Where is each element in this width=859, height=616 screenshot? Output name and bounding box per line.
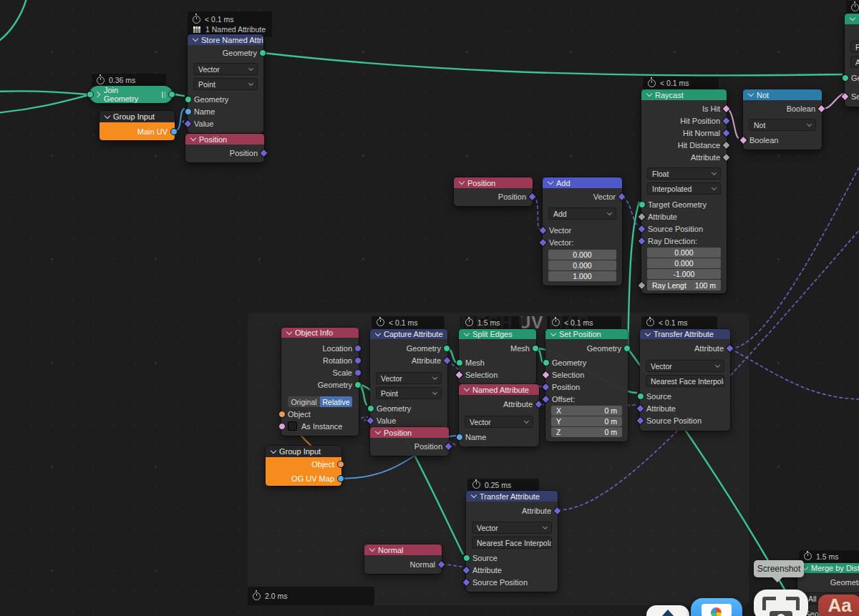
geometry-input-socket[interactable] [87, 91, 94, 98]
collapse-icon[interactable] [550, 330, 556, 336]
geometry-output-socket[interactable] [168, 91, 175, 98]
ray-length-input-socket[interactable] [637, 280, 646, 290]
offset-y-field[interactable]: Y0 m [551, 416, 622, 426]
node-named-attribute[interactable]: Named Attribute Attribute Vector Name [459, 384, 539, 446]
domain-dropdown[interactable]: Point [850, 41, 859, 53]
geometry-output-socket[interactable] [354, 381, 361, 388]
source-position-input-socket[interactable] [637, 224, 646, 233]
is-hit-output-socket[interactable] [722, 104, 731, 113]
hit-distance-output-socket[interactable] [722, 140, 731, 150]
collapse-icon[interactable] [645, 330, 651, 336]
value-input-socket[interactable] [183, 119, 193, 128]
collapse-icon[interactable] [850, 15, 855, 21]
node-capture-attribute[interactable]: Capture Attribute Geometry Attribute Vec… [370, 329, 447, 430]
geometry-output-socket[interactable] [443, 345, 450, 352]
node-header[interactable]: Not [743, 89, 822, 100]
scale-output-socket[interactable] [354, 369, 361, 376]
node-header[interactable]: Group Input [100, 111, 175, 122]
vector2-input-socket[interactable] [538, 238, 548, 247]
collapse-icon[interactable] [375, 429, 381, 434]
data-type-dropdown[interactable]: Vector [465, 416, 533, 428]
ray-direction-y-field[interactable]: 0.000 [647, 258, 721, 268]
node-header[interactable]: Store Named Attrib... [188, 34, 263, 45]
as-instance-input-socket[interactable] [278, 423, 286, 430]
collapse-icon[interactable] [286, 328, 292, 334]
collapse-icon[interactable] [271, 447, 276, 453]
screenshot-app-icon[interactable] [754, 590, 808, 616]
font-book-app-icon[interactable]: Aa [818, 595, 859, 616]
original-button[interactable]: Original [288, 396, 320, 407]
node-header[interactable]: Normal [364, 544, 442, 555]
printer-app-icon[interactable] [691, 598, 742, 616]
source-input-socket[interactable] [637, 393, 644, 400]
node-normal[interactable]: Normal Normal [364, 544, 442, 574]
node-set-position[interactable]: Set Position Geometry Geometry Selection… [545, 329, 628, 441]
node-header[interactable]: Group Input [266, 446, 341, 457]
main-uv-output-socket[interactable] [170, 128, 178, 135]
location-output-socket[interactable] [354, 345, 361, 352]
vector-output-socket[interactable] [617, 192, 626, 201]
node-raycast[interactable]: Raycast Is Hit Hit Position Hit Normal H… [641, 89, 727, 293]
data-type-dropdown[interactable]: Vector [193, 63, 258, 75]
node-position-low[interactable]: Position Position [370, 427, 449, 456]
node-header[interactable] [845, 14, 859, 24]
collapse-icon[interactable] [471, 492, 477, 498]
hit-normal-output-socket[interactable] [722, 128, 731, 137]
boolean-output-socket[interactable] [817, 104, 826, 113]
geometry-output-socket[interactable] [623, 345, 631, 352]
collapse-icon[interactable] [190, 135, 196, 141]
mesh-output-socket[interactable] [532, 345, 539, 352]
data-type-dropdown[interactable]: Vector [646, 360, 724, 372]
data-type-dropdown[interactable]: Vector [376, 372, 442, 384]
ray-direction-x-field[interactable]: 0.000 [647, 248, 721, 258]
node-header[interactable]: Named Attribute [459, 384, 539, 395]
attribute-input-socket[interactable] [637, 212, 646, 221]
node-vector-math-add[interactable]: Add Vector Add Vector Vector: 0.000 0.00… [543, 177, 622, 285]
collapse-icon[interactable] [193, 36, 198, 41]
node-header[interactable]: Set Position [545, 329, 628, 339]
node-header[interactable]: Position [454, 177, 533, 188]
node-header[interactable]: Add [543, 177, 622, 188]
node-store-named-attribute[interactable]: Store Named Attrib... Geometry Vector Po… [188, 34, 263, 133]
selection-input-socket[interactable] [840, 92, 850, 101]
boolean-input-socket[interactable] [739, 135, 748, 145]
ray-direction-z-field[interactable]: -1.000 [647, 269, 721, 279]
collapse-icon[interactable] [548, 179, 553, 185]
node-header[interactable]: Position [370, 427, 449, 438]
collapse-icon[interactable] [464, 386, 470, 391]
name-input-socket[interactable] [456, 434, 463, 441]
node-transfer-attribute-right[interactable]: Transfer Attribute Attribute Vector Near… [640, 329, 730, 431]
collapse-icon[interactable] [369, 546, 375, 552]
node-boolean-not[interactable]: Not Boolean Not Boolean [743, 89, 822, 150]
mapping-dropdown[interactable]: Nearest Face Interpola... [646, 375, 724, 387]
source-input-socket[interactable] [463, 554, 470, 562]
object-output-socket[interactable] [337, 461, 344, 468]
node-header[interactable]: Position [185, 134, 264, 145]
node-header[interactable]: Capture Attribute [370, 329, 447, 339]
position-output-socket[interactable] [528, 192, 537, 201]
node-join-geometry[interactable]: Join Geometry [89, 86, 173, 103]
og-uv-map-output-socket[interactable] [337, 475, 344, 482]
relative-button[interactable]: Relative [320, 396, 352, 407]
data-type-dropdown[interactable]: Vector [472, 522, 552, 534]
offset-x-field[interactable]: X0 m [551, 406, 622, 416]
collapse-icon[interactable] [464, 330, 470, 336]
operation-dropdown[interactable]: Not [749, 119, 816, 131]
object-input-socket[interactable] [278, 411, 286, 418]
attribute-output-socket[interactable] [722, 152, 731, 162]
vector-y-field[interactable]: 0.000 [548, 260, 616, 270]
node-position-mid[interactable]: Position Position [454, 177, 533, 206]
geometry-input-socket[interactable] [185, 96, 192, 103]
domain-dropdown[interactable]: Point [193, 78, 258, 90]
data-type-dropdown[interactable]: Float [647, 167, 721, 180]
as-instance-checkbox[interactable] [288, 421, 297, 431]
domain-dropdown[interactable]: Point [376, 387, 442, 399]
node-split-edges[interactable]: Split Edges Mesh Mesh Selection [459, 329, 536, 384]
hit-position-output-socket[interactable] [722, 116, 731, 125]
node-group-input-bottom[interactable]: Group Input Object OG UV Map [266, 446, 341, 486]
geometry-input-socket[interactable] [367, 405, 374, 412]
vector-input-socket[interactable] [538, 225, 548, 235]
collapse-icon[interactable] [105, 112, 110, 118]
expand-icon[interactable] [94, 92, 100, 97]
node-group-input-top[interactable]: Group Input Main UV [100, 111, 175, 140]
